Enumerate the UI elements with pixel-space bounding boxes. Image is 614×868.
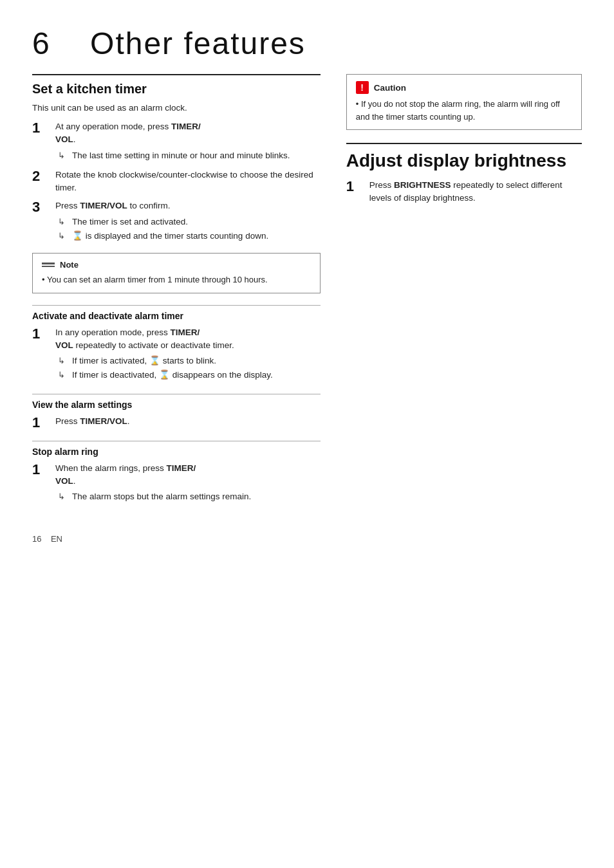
caution-label: Caution	[374, 83, 406, 93]
caution-icon: !	[356, 81, 369, 94]
step-3-num: 3	[32, 199, 50, 215]
title-text: Other features	[90, 26, 306, 60]
activate-sub-2-text: If timer is deactivated, ⌛ disappears on…	[72, 369, 273, 382]
section-divider-activate	[32, 305, 321, 306]
caution-bullet: If you do not stop the alarm ring, the a…	[356, 99, 560, 122]
caution-text: • If you do not stop the alarm ring, the…	[356, 98, 572, 123]
stop-alarm-section: Stop alarm ring 1 When the alarm rings, …	[32, 447, 321, 505]
kitchen-timer-steps: 1 At any operation mode, press TIMER/VOL…	[32, 120, 321, 244]
activate-step-1-num: 1	[32, 326, 50, 342]
step-1-sub-1-text: The last time setting in minute or hour …	[72, 149, 290, 162]
step-2-num: 2	[32, 169, 50, 184]
arrow-icon-3b: ↳	[58, 230, 70, 243]
activate-step-1-bold: TIMER/VOL	[55, 328, 200, 350]
view-step-1-content: Press TIMER/VOL.	[55, 415, 321, 428]
activate-title: Activate and deactivate alarm timer	[32, 311, 321, 321]
page-number: 16	[32, 534, 41, 544]
brightness-step-1-content: Press BRIGHTNESS repeatedly to select di…	[369, 179, 582, 205]
brightness-step-1-num: 1	[346, 179, 364, 194]
section-divider-brightness	[346, 143, 582, 144]
view-alarm-step-1: 1 Press TIMER/VOL.	[32, 415, 321, 430]
right-column: ! Caution • If you do not stop the alarm…	[346, 74, 582, 515]
step-2-content: Rotate the knob clockwise/counter-clockw…	[55, 169, 321, 195]
stop-sub-1: ↳ The alarm stops but the alarm settings…	[55, 490, 321, 503]
step-3-bold: TIMER/VOL	[80, 201, 127, 210]
left-column: Set a kitchen timer This unit can be use…	[32, 74, 321, 515]
stop-substeps: ↳ The alarm stops but the alarm settings…	[55, 490, 321, 503]
arrow-icon-a1: ↳	[58, 355, 70, 367]
step-1-text: At any operation mode, press TIMER/VOL.	[55, 120, 321, 147]
brightness-step-1: 1 Press BRIGHTNESS repeatedly to select …	[346, 179, 582, 205]
view-step-1-text: Press TIMER/VOL.	[55, 415, 321, 428]
activate-substeps: ↳ If timer is activated, ⌛ starts to bli…	[55, 355, 321, 382]
view-alarm-steps: 1 Press TIMER/VOL.	[32, 415, 321, 430]
arrow-icon-a2: ↳	[58, 369, 70, 382]
brightness-steps: 1 Press BRIGHTNESS repeatedly to select …	[346, 179, 582, 205]
kitchen-timer-intro: This unit can be used as an alarm clock.	[32, 103, 321, 113]
note-line-1	[42, 263, 55, 264]
step-1-substeps: ↳ The last time setting in minute or hou…	[55, 149, 321, 162]
stop-alarm-title: Stop alarm ring	[32, 447, 321, 457]
step-1-sub-1: ↳ The last time setting in minute or hou…	[55, 149, 321, 162]
stop-step-1-content: When the alarm rings, press TIMER/VOL. ↳…	[55, 462, 321, 505]
step-3-text: Press TIMER/VOL to confirm.	[55, 199, 321, 212]
arrow-icon-3a: ↳	[58, 216, 70, 228]
step-3: 3 Press TIMER/VOL to confirm. ↳ The time…	[32, 199, 321, 244]
step-3-sub-2-text: ⌛ is displayed and the timer starts coun…	[72, 230, 268, 243]
note-text: • You can set an alarm timer from 1 minu…	[42, 273, 311, 286]
step-1: 1 At any operation mode, press TIMER/VOL…	[32, 120, 321, 163]
stop-step-1-bold: TIMER/VOL	[55, 463, 196, 486]
brightness-title: Adjust display brightness	[346, 151, 582, 171]
activate-section: Activate and deactivate alarm timer 1 In…	[32, 311, 321, 383]
stop-step-1: 1 When the alarm rings, press TIMER/VOL.…	[32, 462, 321, 505]
step-1-bold: TIMER/VOL	[55, 122, 201, 144]
arrow-icon: ↳	[58, 149, 70, 162]
view-alarm-section: View the alarm settings 1 Press TIMER/VO…	[32, 400, 321, 430]
activate-step-1: 1 In any operation mode, press TIMER/VOL…	[32, 326, 321, 383]
stop-alarm-steps: 1 When the alarm rings, press TIMER/VOL.…	[32, 462, 321, 505]
note-label: Note	[60, 260, 79, 270]
stop-step-1-text: When the alarm rings, press TIMER/VOL.	[55, 462, 321, 488]
view-alarm-title: View the alarm settings	[32, 400, 321, 410]
note-header: Note	[42, 260, 311, 270]
kitchen-timer-title: Set a kitchen timer	[32, 82, 321, 97]
brightness-step-1-bold: BRIGHTNESS	[394, 180, 451, 190]
note-icon	[42, 263, 55, 267]
activate-sub-2: ↳ If timer is deactivated, ⌛ disappears …	[55, 369, 321, 382]
stop-sub-1-text: The alarm stops but the alarm settings r…	[72, 490, 251, 503]
step-1-content: At any operation mode, press TIMER/VOL. …	[55, 120, 321, 163]
activate-step-1-content: In any operation mode, press TIMER/VOL r…	[55, 326, 321, 383]
page-title: 6 Other features	[32, 26, 582, 61]
activate-sub-1-text: If timer is activated, ⌛ starts to blink…	[72, 355, 216, 367]
brightness-step-1-text: Press BRIGHTNESS repeatedly to select di…	[369, 179, 582, 205]
caution-box: ! Caution • If you do not stop the alarm…	[346, 74, 582, 130]
note-bullet: You can set an alarm timer from 1 minute…	[47, 275, 268, 284]
section-divider-kitchen	[32, 74, 321, 75]
view-step-1-bold: TIMER/VOL	[80, 416, 127, 426]
note-line-2	[42, 266, 55, 268]
activate-step-1-text: In any operation mode, press TIMER/VOL r…	[55, 326, 321, 353]
stop-step-1-num: 1	[32, 462, 50, 477]
step-3-substeps: ↳ The timer is set and activated. ↳ ⌛ is…	[55, 216, 321, 243]
caution-header: ! Caution	[356, 81, 572, 94]
view-step-1-num: 1	[32, 415, 50, 430]
chapter-number: 6	[32, 26, 51, 60]
activate-sub-1: ↳ If timer is activated, ⌛ starts to bli…	[55, 355, 321, 367]
step-2: 2 Rotate the knob clockwise/counter-cloc…	[32, 169, 321, 195]
arrow-icon-s1: ↳	[58, 490, 70, 503]
step-3-sub-1-text: The timer is set and activated.	[72, 216, 188, 228]
page-footer: 16 EN	[32, 534, 582, 544]
note-box: Note • You can set an alarm timer from 1…	[32, 253, 321, 293]
step-3-content: Press TIMER/VOL to confirm. ↳ The timer …	[55, 199, 321, 244]
step-3-sub-1: ↳ The timer is set and activated.	[55, 216, 321, 228]
page-language: EN	[51, 534, 62, 544]
section-divider-stop	[32, 441, 321, 441]
section-divider-view	[32, 394, 321, 394]
step-1-num: 1	[32, 120, 50, 136]
step-3-sub-2: ↳ ⌛ is displayed and the timer starts co…	[55, 230, 321, 243]
activate-steps: 1 In any operation mode, press TIMER/VOL…	[32, 326, 321, 383]
step-2-text: Rotate the knob clockwise/counter-clockw…	[55, 169, 321, 195]
